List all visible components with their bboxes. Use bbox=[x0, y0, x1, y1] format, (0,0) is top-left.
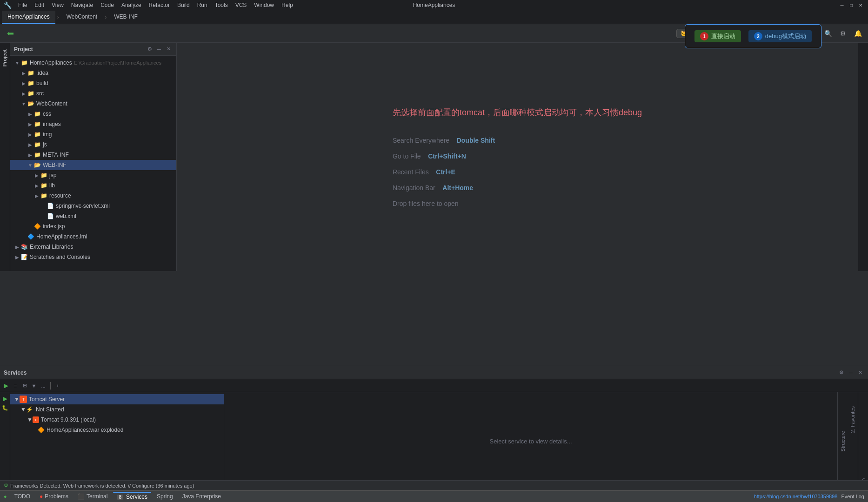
close-panel-icon[interactable]: ✕ bbox=[164, 45, 173, 53]
tab-webinf[interactable]: WEB-INF bbox=[108, 11, 143, 24]
service-tomcat-server[interactable]: ▼ T Tomcat Server bbox=[10, 394, 224, 404]
tree-images[interactable]: ▶ 📁 images bbox=[10, 119, 176, 129]
tab-homeappliances[interactable]: HomeAppliances bbox=[2, 11, 55, 24]
tree-jsp[interactable]: ▶ 📁 jsp bbox=[10, 170, 176, 180]
tab-java-enterprise[interactable]: Java Enterprise bbox=[179, 492, 225, 501]
tree-webinf[interactable]: ▼ 📂 WEB-INF bbox=[10, 160, 176, 170]
tree-css[interactable]: ▶ 📁 css bbox=[10, 109, 176, 119]
services-add-btn[interactable]: + bbox=[53, 382, 62, 390]
tree-lib[interactable]: ▶ 📁 lib bbox=[10, 180, 176, 191]
favorites-label[interactable]: 2: Favorites bbox=[850, 406, 855, 433]
hide-panel-icon[interactable]: ─ bbox=[155, 45, 163, 53]
minimize-button[interactable]: ─ bbox=[838, 1, 846, 9]
services-bug-icon[interactable]: 🐛 bbox=[1, 403, 9, 412]
lib-icon: 📁 bbox=[40, 182, 47, 189]
tree-scratches[interactable]: ▶ 📝 Scratches and Consoles bbox=[10, 252, 176, 262]
title-bar: 🔧 File Edit View Navigate Code Analyze R… bbox=[0, 0, 868, 10]
iml-icon: 🔷 bbox=[27, 233, 34, 240]
menu-help[interactable]: Help bbox=[279, 1, 296, 9]
structure-label[interactable]: Structure bbox=[840, 431, 846, 452]
menu-vcs[interactable]: VCS bbox=[233, 1, 250, 9]
services-detail-panel: Select service to view details... bbox=[224, 392, 837, 490]
tree-webcontent[interactable]: ▼ 📂 WebContent bbox=[10, 99, 176, 109]
tree-root[interactable]: ▼ 📁 HomeAppliances E:\GraduationProject\… bbox=[10, 58, 176, 68]
tree-src[interactable]: ▶ 📁 src bbox=[10, 88, 176, 99]
webinf-arrow: ▼ bbox=[27, 163, 33, 168]
webxml-label: web.xml bbox=[56, 213, 76, 219]
tree-webxml[interactable]: ▶ 📄 web.xml bbox=[10, 211, 176, 221]
menu-tools[interactable]: Tools bbox=[212, 1, 231, 9]
menu-navigate[interactable]: Navigate bbox=[68, 1, 96, 9]
src-label: src bbox=[36, 90, 44, 97]
tree-img[interactable]: ▶ 📁 img bbox=[10, 129, 176, 139]
services-panel: Services ⚙ ─ ✕ ▶ ≡ ⊞ ▼ ... + ▶ 🐛 ▼ bbox=[0, 366, 868, 490]
tree-external-libs[interactable]: ▶ 📚 External Libraries bbox=[10, 242, 176, 252]
tab-terminal[interactable]: ⬛ Terminal bbox=[74, 492, 111, 501]
services-run-btn[interactable]: ▶ bbox=[2, 382, 10, 390]
scratches-label: Scratches and Consoles bbox=[30, 254, 90, 260]
tree-metainf[interactable]: ▶ 📁 META-INF bbox=[10, 150, 176, 160]
menu-refactor[interactable]: Refactor bbox=[146, 1, 173, 9]
services-group-btn[interactable]: ⊞ bbox=[20, 382, 29, 390]
tab-problems[interactable]: ● Problems bbox=[36, 492, 72, 501]
services-hide-icon[interactable]: ─ bbox=[847, 369, 855, 377]
event-log-link[interactable]: Event Log bbox=[841, 494, 864, 499]
menu-code[interactable]: Code bbox=[98, 1, 117, 9]
gear-icon[interactable]: ⚙ bbox=[146, 45, 154, 53]
webxml-icon: 📄 bbox=[47, 212, 54, 220]
project-panel-actions: ⚙ ─ ✕ bbox=[146, 45, 173, 53]
terminal-icon: ⬛ bbox=[78, 493, 85, 500]
tab-services[interactable]: 8 Services bbox=[113, 492, 151, 501]
tab-spring[interactable]: Spring bbox=[153, 492, 177, 501]
notifications-btn[interactable]: 🔔 bbox=[851, 27, 864, 40]
direct-launch-btn[interactable]: 1 直接启动 bbox=[694, 30, 741, 42]
services-panel-title: Services bbox=[4, 370, 27, 376]
service-not-started[interactable]: ▼ ⚡ Not Started bbox=[10, 404, 224, 415]
maximize-button[interactable]: □ bbox=[848, 1, 855, 9]
tree-build[interactable]: ▶ 📁 build bbox=[10, 78, 176, 88]
tree-resource[interactable]: ▶ 📁 resource bbox=[10, 191, 176, 201]
csdn-link[interactable]: https://blog.csdn.net/hwf1070359898 bbox=[754, 494, 838, 499]
status-bar-left: ● TODO ● Problems ⬛ Terminal 8 Services … bbox=[4, 492, 225, 501]
services-close-icon[interactable]: ✕ bbox=[856, 369, 864, 377]
search-btn[interactable]: 🔍 bbox=[821, 27, 835, 40]
root-label: HomeAppliances bbox=[30, 59, 72, 66]
services-more-btn[interactable]: ... bbox=[39, 382, 47, 390]
tree-springmvc-xml[interactable]: ▶ 📄 springmvc-servlet.xml bbox=[10, 201, 176, 211]
services-filter-btn[interactable]: ▼ bbox=[30, 382, 38, 390]
debug-launch-btn[interactable]: 2 debug模式启动 bbox=[748, 30, 812, 42]
settings-btn[interactable]: ⚙ bbox=[836, 27, 849, 40]
app-icon: 🔧 bbox=[4, 1, 12, 9]
services-list-btn[interactable]: ≡ bbox=[11, 382, 20, 390]
menu-build[interactable]: Build bbox=[174, 1, 193, 9]
spring-label: Spring bbox=[157, 493, 173, 500]
tree-idea[interactable]: ▶ 📁 .idea bbox=[10, 68, 176, 78]
menu-view[interactable]: View bbox=[49, 1, 67, 9]
menu-analyze[interactable]: Analyze bbox=[119, 1, 144, 9]
menu-window[interactable]: Window bbox=[251, 1, 277, 9]
services-settings-icon[interactable]: ⚙ bbox=[837, 369, 846, 377]
tree-js[interactable]: ▶ 📁 js bbox=[10, 139, 176, 150]
project-panel-label[interactable]: Project bbox=[1, 47, 8, 68]
close-button[interactable]: ✕ bbox=[857, 1, 864, 9]
services-green-run-icon[interactable]: ▶ bbox=[1, 394, 9, 403]
menu-run[interactable]: Run bbox=[194, 1, 210, 9]
springmvc-xml-label: springmvc-servlet.xml bbox=[56, 203, 110, 209]
navigate-back-btn[interactable]: ⬅ bbox=[4, 27, 17, 40]
tree-indexjsp[interactable]: ▶ 🔶 index.jsp bbox=[10, 221, 176, 231]
tree-iml[interactable]: ▶ 🔷 HomeAppliances.iml bbox=[10, 231, 176, 242]
img-arrow: ▶ bbox=[27, 132, 33, 137]
tomcat-local-arrow: ▼ bbox=[27, 416, 33, 423]
services-content: ▶ 🐛 ▼ T Tomcat Server ▼ ⚡ Not Started bbox=[0, 392, 868, 490]
service-tomcat-local[interactable]: ▼ T Tomcat 9.0.391 (local) bbox=[10, 415, 224, 425]
not-started-arrow: ▼ bbox=[20, 406, 26, 413]
img-icon: 📁 bbox=[33, 131, 41, 138]
tab-webcontent[interactable]: WebContent bbox=[61, 11, 103, 24]
service-artifact[interactable]: ▶ 🔶 HomeAppliances:war exploded bbox=[10, 425, 224, 435]
editor-center-content: 先选择前面配置的tomcat，后面哪种模式启动均可，本人习惯debug Sear… bbox=[374, 88, 661, 226]
project-tree: ▼ 📁 HomeAppliances E:\GraduationProject\… bbox=[10, 56, 176, 271]
tab-todo[interactable]: TODO bbox=[11, 492, 34, 501]
menu-edit[interactable]: Edit bbox=[32, 1, 47, 9]
menu-file[interactable]: File bbox=[15, 1, 30, 9]
event-log-icon: ● bbox=[4, 494, 7, 499]
